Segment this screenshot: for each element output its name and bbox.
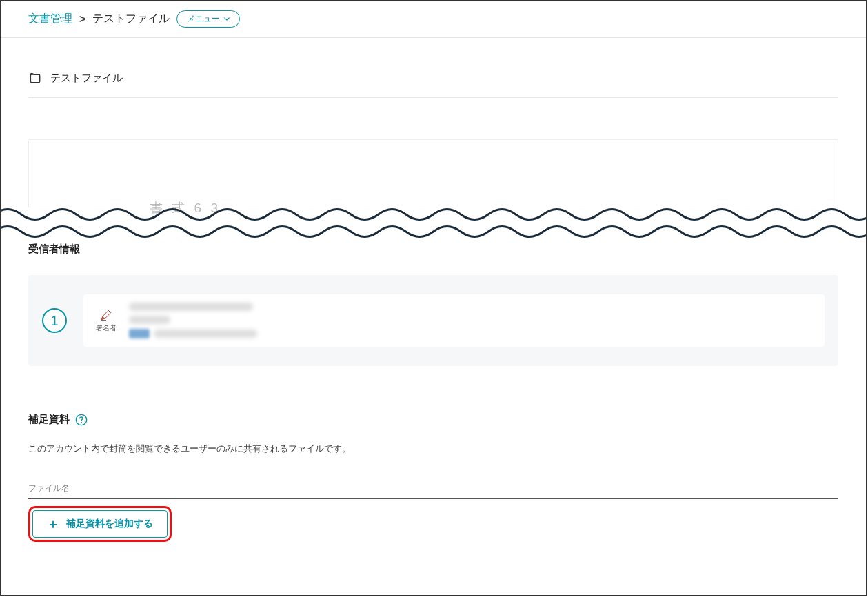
add-supplement-button[interactable]: ＋ 補足資料を追加する xyxy=(32,510,168,538)
recipient-details-redacted xyxy=(129,303,257,338)
add-supplement-highlight: ＋ 補足資料を追加する xyxy=(28,506,172,542)
plus-icon: ＋ xyxy=(47,518,59,530)
file-icon xyxy=(28,71,42,85)
breadcrumb-root-link[interactable]: 文書管理 xyxy=(28,12,72,26)
pencil-icon xyxy=(99,308,113,322)
document-preview: 書 式 6 3 xyxy=(28,139,838,208)
file-title: テストファイル xyxy=(50,72,123,85)
recipient-block: 1 署名者 xyxy=(28,275,838,366)
menu-button[interactable]: メニュー xyxy=(176,10,240,28)
breadcrumb: 文書管理 > テストファイル メニュー xyxy=(1,1,866,38)
signer-column: 署名者 xyxy=(96,308,117,333)
filename-column-header: ファイル名 xyxy=(28,483,838,499)
breadcrumb-current: テストファイル xyxy=(92,12,170,26)
signer-label: 署名者 xyxy=(96,323,117,333)
recipient-card[interactable]: 署名者 xyxy=(83,294,825,347)
menu-button-label: メニュー xyxy=(187,13,220,25)
document-preview-text: 書 式 6 3 xyxy=(150,199,221,217)
chevron-down-icon xyxy=(224,17,230,21)
svg-rect-0 xyxy=(30,74,39,83)
supplement-heading: 補足資料 xyxy=(28,413,70,426)
help-icon[interactable] xyxy=(75,414,88,426)
supplement-description: このアカウント内で封筒を閲覧できるユーザーのみに共有されるファイルです。 xyxy=(28,443,838,455)
svg-point-3 xyxy=(81,421,82,423)
chevron-right-icon: > xyxy=(79,13,85,26)
add-supplement-label: 補足資料を追加する xyxy=(66,518,153,530)
recipient-heading: 受信者情報 xyxy=(28,243,838,256)
recipient-number-badge: 1 xyxy=(42,308,67,333)
file-title-row: テストファイル xyxy=(28,38,838,98)
